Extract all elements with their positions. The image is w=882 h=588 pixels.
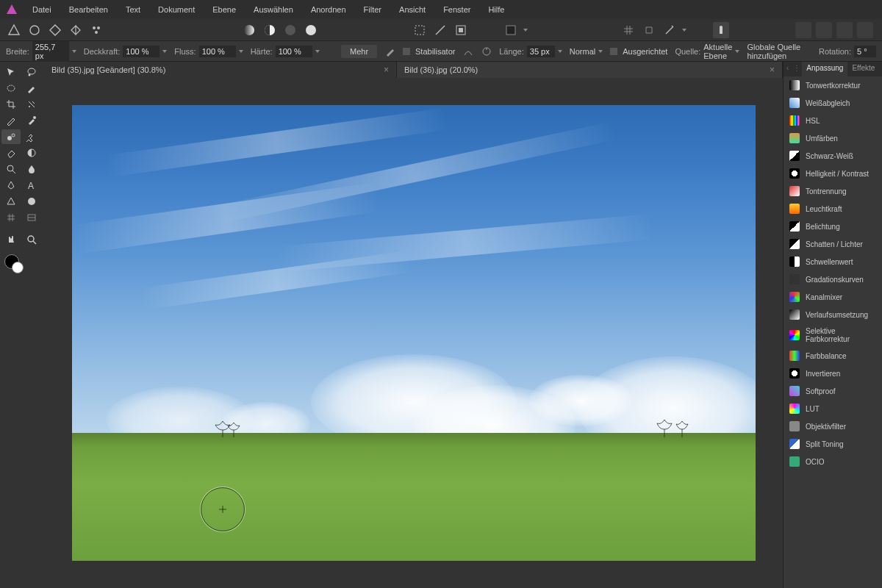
lasso-tool-icon[interactable] [22,65,41,79]
gradient-circle-icon[interactable] [241,22,257,38]
blend-mode-select[interactable]: Normal [570,47,595,56]
menu-hilfe[interactable]: Hilfe [481,2,512,17]
fill-tool-icon[interactable] [22,146,41,160]
eraser-tool-icon[interactable] [1,146,21,160]
text-tool-icon[interactable]: A [22,178,41,193]
chevron-down-icon[interactable] [598,50,603,53]
mehr-button[interactable]: Mehr [341,45,377,58]
window-btn-4[interactable] [857,22,873,38]
menu-anordnen[interactable]: Anordnen [304,2,354,17]
menu-filter[interactable]: Filter [356,2,389,17]
pencil-tool-icon[interactable] [1,113,21,128]
adjustment-item[interactable]: Leuchtkraft [784,200,882,218]
panel-tab-anpassung[interactable]: Anpassung [802,62,847,76]
chevron-down-icon[interactable] [523,29,528,32]
adjustment-item[interactable]: Selektive Farbkorrektur [784,323,882,347]
adjustment-item[interactable]: OCIO [784,453,882,470]
line-icon[interactable] [432,22,448,38]
persona-liquify-icon[interactable] [26,22,43,38]
adjustment-item[interactable]: LUT [784,400,882,417]
wand-icon[interactable] [662,22,678,38]
adjustment-item[interactable]: Invertieren [784,365,882,382]
adjustment-item[interactable]: Split Toning [784,435,882,453]
marquee-icon[interactable] [412,22,428,38]
chevron-down-icon[interactable] [162,50,167,53]
persona-export-icon[interactable] [88,22,104,38]
persona-develop-icon[interactable] [47,22,63,38]
adjustment-item[interactable]: Tonwertkorrektur [784,76,882,94]
zoom-tool-icon[interactable] [22,232,41,247]
ellipse-select-icon[interactable] [1,81,21,96]
adjustment-item[interactable]: Schwarz-Weiß [784,147,882,165]
dark-circle-icon[interactable] [282,22,298,38]
dodge-tool-icon[interactable] [1,162,21,176]
chevron-down-icon[interactable] [682,29,686,32]
chevron-down-icon[interactable] [315,50,320,53]
ausgerichtet-check[interactable] [610,48,617,55]
adjustment-item[interactable]: Farbbalance [784,347,882,365]
window-btn-1[interactable] [795,22,811,38]
hand-tool-icon[interactable] [1,232,21,247]
menu-dokument[interactable]: Dokument [151,2,202,17]
adjustment-item[interactable]: Softproof [784,382,882,400]
menu-bearbeiten[interactable]: Bearbeiten [62,2,115,17]
flood-select-icon[interactable] [22,97,41,112]
menu-datei[interactable]: Datei [25,2,59,17]
close-icon[interactable]: × [770,65,775,75]
window-btn-2[interactable] [816,22,832,38]
fluss-input[interactable]: 100 % [199,46,236,57]
adjustment-item[interactable]: Verlaufsumsetzung [784,306,882,323]
panel-tab-stile[interactable]: Stile [879,62,882,76]
move-tool-icon[interactable] [1,65,21,79]
adjustment-item[interactable]: Kanalmixer [784,288,882,306]
swatch-icon[interactable] [503,22,519,38]
half-circle-icon[interactable] [262,22,278,38]
quick-mask-icon[interactable] [453,22,469,38]
haerte-input[interactable]: 100 % [276,46,312,57]
menu-ebene[interactable]: Ebene [205,2,243,17]
canvas-viewport[interactable] [44,78,783,588]
adjustment-item[interactable]: Umfärben [784,129,882,147]
window-btn-3[interactable] [836,22,853,38]
adjustment-item[interactable]: Weißabgleich [784,94,882,112]
panel-collapse-icon[interactable]: ‹ [784,62,792,76]
heal-tool-icon[interactable] [22,129,41,144]
table-tool-icon[interactable] [22,210,41,225]
doc-tab-2[interactable]: Bild (36).jpg (20.0%) × [397,62,783,78]
shape-tool-icon[interactable] [1,194,21,209]
adjustment-item[interactable]: Tontrennung [784,182,882,200]
rope-icon[interactable] [462,43,473,60]
adjustment-item[interactable]: Helligkeit / Kontrast [784,165,882,182]
background-color-icon[interactable] [12,262,24,273]
adjustment-item[interactable]: Belichtung [784,218,882,235]
menu-ansicht[interactable]: Ansicht [392,2,433,17]
breite-input[interactable]: 255,7 px [32,41,69,62]
color-swatch[interactable] [1,253,43,275]
adjustment-item[interactable]: Schwellenwert [784,253,882,270]
chevron-down-icon[interactable] [558,50,562,53]
chevron-down-icon[interactable] [239,50,243,53]
stabilisator-check[interactable] [403,48,410,55]
adjustment-item[interactable]: Schatten / Lichter [784,235,882,253]
light-circle-icon[interactable] [303,22,319,38]
adjustment-item[interactable]: HSL [784,112,882,129]
adjustment-item[interactable]: Objektivfilter [784,417,882,435]
persona-tone-icon[interactable] [68,22,84,38]
grid-icon[interactable] [620,22,637,38]
circle-shape-icon[interactable] [22,194,41,209]
persona-photo-icon[interactable] [6,22,22,38]
window-stab-icon[interactable] [481,43,492,60]
deckkraft-input[interactable]: 100 % [123,46,159,57]
brush-tool-icon[interactable] [22,81,41,96]
pen-tool-icon[interactable] [1,178,21,193]
adjustment-item[interactable]: Gradationskurven [784,270,882,288]
panel-tab-effekte[interactable]: Effekte [847,62,879,76]
rotation-input[interactable]: 5 ° [854,46,876,57]
menu-text[interactable]: Text [118,2,148,17]
doc-tab-1[interactable]: Bild (35).jpg [Geändert] (30.8%) × [44,62,397,78]
paint-brush-icon[interactable] [22,113,41,128]
laenge-input[interactable]: 35 px [527,46,555,57]
clone-tool-icon[interactable] [1,129,21,144]
quelle-select[interactable]: Aktuelle Ebene [703,43,732,60]
assistant-icon[interactable] [713,22,729,38]
